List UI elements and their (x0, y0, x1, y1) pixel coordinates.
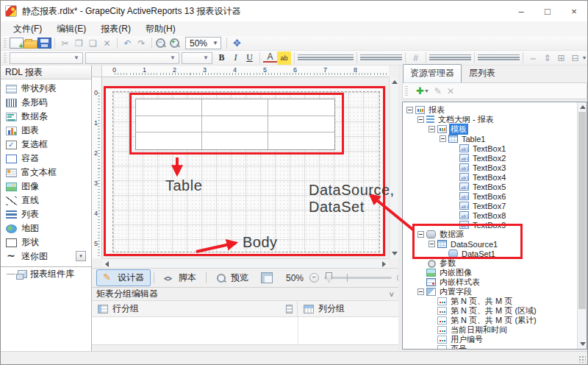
align-right-icon[interactable] (326, 54, 340, 62)
indent-decrease-icon[interactable] (374, 54, 388, 62)
scroll-down-icon[interactable] (580, 342, 586, 346)
align-center-icon[interactable] (312, 54, 326, 62)
toolbox-item[interactable]: 列表 (1, 208, 91, 222)
tree-expander-icon[interactable] (417, 116, 424, 123)
tab-resource-manager[interactable]: 资源管理器 (403, 64, 462, 82)
collapse-chevron-icon[interactable]: ˅ (390, 291, 394, 297)
scroll-left-icon[interactable] (105, 261, 109, 267)
paste-icon[interactable]: ❏ (86, 37, 100, 50)
toolbox-item[interactable]: 带状列表 (1, 82, 91, 96)
fit-page-icon[interactable]: ✥ (230, 37, 244, 50)
toolbox-item[interactable]: 地图 (1, 222, 91, 235)
design-surface[interactable] (102, 77, 389, 258)
save-icon[interactable] (37, 38, 51, 49)
align-justify-icon[interactable] (340, 54, 354, 62)
toolbox-item[interactable]: 数据条 (1, 110, 91, 124)
tree-item[interactable]: Table1 (403, 134, 576, 143)
toolbox-item[interactable]: 容器 (1, 152, 91, 166)
horizontal-scrollbar[interactable] (102, 258, 389, 268)
tree-vertical-scrollbar[interactable] (577, 102, 587, 349)
tree-item[interactable]: DataSource1 (403, 239, 576, 249)
tree-item[interactable]: TextBox8 (403, 210, 576, 220)
scroll-up-icon[interactable] (580, 105, 586, 109)
align-left-icon[interactable] (298, 54, 312, 62)
column-groups-header[interactable]: 列分组 (298, 301, 398, 316)
bold-icon[interactable]: B (215, 52, 229, 65)
panel-toggle-icon[interactable] (261, 272, 273, 283)
table-cell[interactable] (268, 132, 334, 149)
redo-icon[interactable]: ↷ (135, 37, 148, 50)
toolbar-grip[interactable] (405, 86, 408, 96)
tree-item[interactable]: 文档大纲 - 报表 (403, 115, 576, 124)
toolbox-item[interactable]: 图表 (1, 124, 91, 138)
underline-icon[interactable]: U (243, 52, 257, 65)
tree-item[interactable]: TextBox4 (403, 172, 576, 182)
copy-icon[interactable]: ❐ (72, 37, 86, 50)
undo-icon[interactable]: ↶ (121, 37, 135, 50)
indent-increase-icon[interactable] (388, 54, 402, 62)
toolbox-item[interactable]: 复选框 (1, 138, 91, 152)
tree-expander-icon[interactable] (429, 241, 435, 247)
add-item-icon[interactable]: ✚▼ (416, 87, 429, 96)
tree-item[interactable]: 数据源 (403, 230, 576, 239)
new-report-icon[interactable] (10, 38, 24, 49)
zoom-in-icon[interactable]: + (169, 38, 183, 49)
zoom-level-combo[interactable]: 50% ▼ (185, 37, 221, 49)
tree-item[interactable]: 内嵌样式表 (403, 277, 576, 287)
align-centers-icon[interactable] (443, 54, 457, 62)
open-icon[interactable] (24, 40, 37, 49)
same-height-icon[interactable]: ⇕ (540, 52, 554, 65)
table-cell[interactable] (268, 116, 334, 133)
tab-designer[interactable]: 设计器 (96, 269, 151, 286)
toolbox-scroll-button[interactable]: ▾ (76, 251, 86, 261)
toolbar-grip[interactable] (4, 53, 7, 63)
tree-item[interactable]: TextBox3 (403, 163, 576, 172)
table-cell[interactable] (202, 132, 268, 149)
font-combo[interactable]: ▼ (85, 52, 179, 64)
delete-icon[interactable]: ✕ (100, 37, 114, 50)
zoom-out-icon[interactable]: − (155, 38, 169, 49)
tree-item[interactable]: TextBox2 (403, 153, 576, 163)
toolbox-item[interactable]: 富文本框 (1, 166, 91, 180)
tree-item[interactable]: 当前日期和时间 (403, 325, 576, 335)
table-cell[interactable] (268, 99, 334, 116)
same-size-icon[interactable]: ⊞ (554, 52, 568, 65)
tree-item[interactable]: TextBox9 (403, 220, 576, 230)
scroll-up-icon[interactable] (392, 80, 398, 84)
close-button[interactable]: × (561, 1, 587, 21)
tree-item[interactable]: TextBox1 (403, 143, 576, 153)
style-combo[interactable]: ▼ (10, 52, 83, 64)
tree-expander-icon[interactable] (406, 107, 413, 113)
report-library-item[interactable]: — 报表组件库 (1, 266, 91, 280)
vertical-scrollbar[interactable] (389, 77, 398, 258)
toolbox-item[interactable]: 条形码 (1, 96, 91, 110)
font-size-combo[interactable]: ▼ (182, 52, 212, 64)
menu-item[interactable]: 文件(F) (7, 21, 49, 37)
edit-item-icon[interactable]: ✎ (434, 86, 442, 96)
zoom-out-button[interactable]: − (309, 273, 319, 283)
table-cell[interactable] (136, 132, 202, 149)
size-to-grid-icon[interactable]: ⊟ (568, 52, 582, 65)
tab-preview[interactable]: 预览 (209, 269, 255, 286)
tree-expander-icon[interactable] (440, 135, 446, 142)
toolbox-item[interactable]: 形状 (1, 235, 91, 249)
group-editor-content[interactable] (92, 317, 398, 345)
table-cell[interactable] (136, 99, 202, 116)
tree-item[interactable]: 模板 (403, 124, 576, 134)
tree-expander-icon[interactable] (429, 126, 435, 132)
table-cell[interactable] (202, 99, 268, 116)
scroll-down-icon[interactable] (392, 252, 398, 255)
tree-item[interactable]: TextBox6 (403, 191, 576, 201)
italic-icon[interactable]: I (229, 52, 243, 65)
scroll-right-icon[interactable] (382, 261, 386, 267)
menu-item[interactable]: 帮助(H) (139, 21, 182, 37)
font-color-icon[interactable]: A (263, 53, 277, 63)
bullet-list-icon[interactable] (360, 54, 374, 62)
tree-expander-icon[interactable] (417, 288, 424, 295)
align-tops-icon[interactable] (478, 54, 492, 62)
tree-item[interactable]: 参数 (403, 258, 576, 268)
same-width-icon[interactable]: ⇔ (526, 52, 540, 65)
zoom-slider-track[interactable] (324, 277, 392, 279)
tab-script[interactable]: 脚本 (157, 269, 203, 286)
tree-item[interactable]: 内嵌图像 (403, 268, 576, 277)
